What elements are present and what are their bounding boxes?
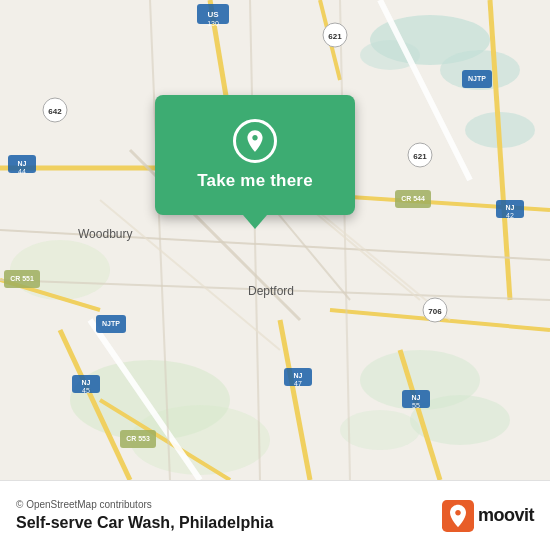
svg-text:621: 621	[413, 152, 427, 161]
map-popup[interactable]: Take me there	[155, 95, 355, 229]
svg-text:45: 45	[82, 387, 90, 394]
moovit-logo[interactable]: moovit	[442, 500, 534, 532]
svg-text:NJ: NJ	[506, 204, 515, 211]
bottom-left-section: © OpenStreetMap contributors Self-serve …	[16, 499, 273, 532]
place-title: Self-serve Car Wash, Philadelphia	[16, 514, 273, 532]
take-me-there-button[interactable]: Take me there	[155, 95, 355, 215]
svg-text:Woodbury: Woodbury	[78, 227, 132, 241]
svg-text:642: 642	[48, 107, 62, 116]
map-area[interactable]: US 130 621 642 NJ 44 621 NJTP CR 544 NJ …	[0, 0, 550, 480]
svg-text:55: 55	[412, 402, 420, 409]
moovit-icon	[442, 500, 474, 532]
svg-point-7	[340, 410, 420, 450]
svg-text:NJTP: NJTP	[102, 320, 120, 327]
location-icon	[233, 119, 277, 163]
svg-text:CR 544: CR 544	[401, 195, 425, 202]
svg-text:NJ: NJ	[294, 372, 303, 379]
svg-text:NJ: NJ	[412, 394, 421, 401]
svg-text:44: 44	[18, 168, 26, 175]
svg-text:Deptford: Deptford	[248, 284, 294, 298]
svg-text:47: 47	[294, 380, 302, 387]
svg-text:NJTP: NJTP	[468, 75, 486, 82]
svg-text:CR 551: CR 551	[10, 275, 34, 282]
svg-text:42: 42	[506, 212, 514, 219]
svg-text:CR 553: CR 553	[126, 435, 150, 442]
svg-text:130: 130	[207, 20, 219, 27]
bottom-bar: © OpenStreetMap contributors Self-serve …	[0, 480, 550, 550]
moovit-brand-text: moovit	[478, 505, 534, 526]
popup-caret	[243, 215, 267, 229]
svg-text:706: 706	[428, 307, 442, 316]
svg-text:US: US	[207, 10, 219, 19]
take-me-there-label: Take me there	[197, 171, 313, 191]
svg-text:NJ: NJ	[18, 160, 27, 167]
svg-text:NJ: NJ	[82, 379, 91, 386]
osm-attribution: © OpenStreetMap contributors	[16, 499, 273, 510]
svg-text:621: 621	[328, 32, 342, 41]
